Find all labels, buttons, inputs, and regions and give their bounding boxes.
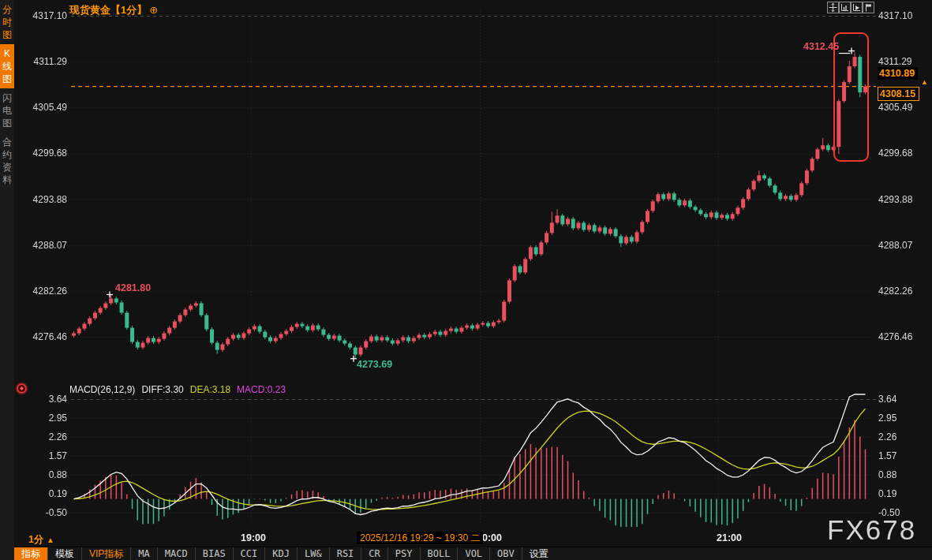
symbol-interval-label: 现货黄金【1分】	[69, 4, 147, 16]
indicator-ma[interactable]: MA	[131, 547, 157, 560]
sidebar: 分时图 K线图 闪电图 合约资料	[0, 0, 14, 560]
price-axis-label: 4282.26	[24, 286, 67, 297]
price-axis-label: 4288.07	[24, 240, 67, 251]
time-label-21: 21:00	[717, 532, 742, 543]
price-axis-label: 4293.88	[24, 194, 67, 205]
sidebar-item-kline[interactable]: K线图	[0, 44, 14, 88]
indicator-obv[interactable]: OBV	[490, 547, 522, 560]
price-axis-label: 4311.29	[24, 56, 67, 67]
macd-axis-label: 0.88	[878, 469, 896, 480]
macd-axis-label: 2.26	[24, 431, 67, 442]
price-axis-label: 4305.49	[878, 102, 912, 113]
macd-diff-value: DIFF:3.30	[141, 384, 183, 395]
macd-dea-value: DEA:3.18	[190, 384, 230, 395]
current-price-line-tag: 4308.15	[878, 87, 919, 101]
chevron-up-icon: ▲	[47, 536, 54, 544]
indicator-vol[interactable]: VOL	[458, 547, 490, 560]
watermark: FX678	[827, 514, 916, 546]
tab-templates[interactable]: 模板	[48, 547, 82, 560]
indicator-bias[interactable]: BIAS	[196, 547, 234, 560]
macd-indicator-dot-icon[interactable]	[17, 383, 27, 394]
interval-label: 1分	[28, 534, 43, 545]
session-high-label: 4312.45	[803, 41, 839, 52]
macd-axis-label: 0.88	[24, 469, 67, 480]
macd-axis-label: 0.19	[24, 488, 67, 499]
sidebar-item-timeline[interactable]: 分时图	[0, 0, 14, 44]
price-axis-label: 4317.10	[878, 10, 912, 21]
sidebar-item-contract-info[interactable]: 合约资料	[0, 133, 14, 189]
indicator-cci[interactable]: CCI	[234, 547, 266, 560]
crosshair-icon[interactable]	[827, 2, 839, 13]
macd-axis-label: 0.19	[878, 488, 896, 499]
tab-vip-indicators[interactable]: VIP指标	[82, 547, 131, 560]
indicator-macd[interactable]: MACD	[158, 547, 196, 560]
macd-bar-value: MACD:0.23	[237, 384, 286, 395]
macd-axis-label: 1.57	[24, 450, 67, 461]
price-axis-label: 4311.29	[878, 56, 912, 67]
indicator-psy[interactable]: PSY	[388, 547, 421, 560]
chart-axis-bars-icon[interactable]	[839, 2, 851, 13]
last-price-tag: 4310.89	[878, 67, 918, 80]
chart-title: 现货黄金【1分】⊕	[69, 3, 158, 17]
indicator-toolbar: 指标 模板 VIP指标 MA MACD BIAS CCI KDJ LW& RSI…	[14, 547, 932, 560]
indicator-kdj[interactable]: KDJ	[265, 547, 298, 560]
local-low-label: 4273.69	[357, 359, 392, 370]
chart-canvas[interactable]	[0, 0, 932, 560]
tab-indicators[interactable]: 指标	[14, 547, 48, 560]
sidebar-item-flash[interactable]: 闪电图	[0, 88, 14, 133]
local-high-label: 4281.80	[115, 282, 151, 293]
chart-axis-play-icon[interactable]	[851, 2, 863, 13]
macd-params-label: MACD(26,12,9)	[69, 384, 135, 395]
indicator-rsi[interactable]: RSI	[330, 547, 362, 560]
price-axis-label: 4276.46	[878, 331, 912, 342]
price-axis-label: 4293.88	[878, 194, 912, 205]
macd-axis-label: 1.57	[878, 450, 896, 461]
macd-axis-label: 3.64	[878, 394, 896, 405]
expand-icon[interactable]: ⊕	[149, 4, 158, 16]
macd-axis-label: 3.64	[24, 394, 67, 405]
time-label-19: 19:00	[241, 532, 266, 543]
price-alert-pin-icon[interactable]: ▲	[921, 78, 928, 86]
price-axis-label: 4299.68	[878, 147, 912, 159]
trading-chart-window: 分时图 K线图 闪电图 合约资料 现货黄金【1分】⊕ 4310.89 4308.…	[0, 0, 932, 560]
indicator-lw[interactable]: LW&	[298, 547, 330, 560]
indicator-cr[interactable]: CR	[361, 547, 387, 560]
price-axis-label: 4299.68	[24, 147, 67, 159]
candle-time-tooltip: 2025/12/16 19:29 ~ 19:30 二	[357, 532, 483, 544]
macd-axis-label: 2.95	[878, 413, 896, 424]
macd-axis-label: -0.50	[24, 507, 67, 518]
price-axis-label: 4305.49	[24, 102, 67, 113]
flag-icon[interactable]	[863, 2, 874, 13]
price-axis-label: 4317.10	[24, 10, 67, 21]
price-axis-label: 4276.46	[24, 331, 67, 342]
price-axis-label: 4288.07	[878, 240, 912, 251]
macd-axis-label: 2.26	[878, 431, 896, 442]
macd-header: MACD(26,12,9)DIFF:3.30DEA:3.18MACD:0.23	[69, 384, 292, 395]
interval-selector[interactable]: 1分 ▲	[28, 533, 54, 547]
settings-button[interactable]: 设置	[522, 547, 556, 560]
indicator-boll[interactable]: BOLL	[421, 547, 459, 560]
macd-axis-label: 2.95	[24, 413, 67, 424]
price-axis-label: 4282.26	[878, 286, 912, 297]
